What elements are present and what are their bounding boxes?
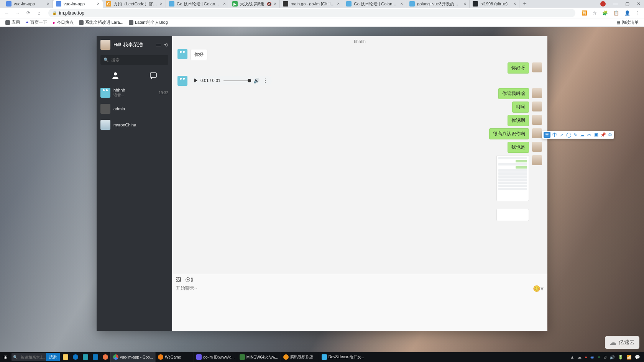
tray-icon[interactable]: 🔊 [610,355,615,360]
tab-3[interactable]: Go 技术论坛 | Golang / Go 语× [166,0,229,8]
tool-text-icon[interactable]: 中 [552,132,557,138]
tab-5[interactable]: main.go · go-im [GitHub] - V× [280,0,343,8]
close-icon[interactable]: × [337,2,340,6]
new-tab-button[interactable]: + [519,0,530,8]
system-tray[interactable]: ▲ ☁ ● ◉ ✦ ⎚ 🔊 🔋 📶 💬 [566,352,644,362]
self-avatar[interactable] [100,40,110,50]
refresh-icon[interactable]: ⟲ [164,42,168,48]
contact-item-myronchina[interactable]: myronChina [97,117,172,133]
pinned-vscode[interactable] [90,352,100,362]
avatar-icon [532,128,542,138]
audio-track[interactable] [223,80,250,81]
forward-button[interactable]: → [15,10,21,16]
tab-2[interactable]: C力扣（LeetCode）官网 - 全球× [103,0,166,8]
bookmark-star-icon[interactable]: ☆ [593,10,597,16]
taskbar-search[interactable]: 🔍 搜索 [12,353,60,361]
taskbar-search-input[interactable] [19,355,46,359]
bookmark-latent[interactable]: Latent的个人Blog [129,20,168,25]
tab-6[interactable]: Go 技术论坛 | Golang / Go 语× [343,0,406,8]
tray-icon[interactable]: 📶 [626,355,632,360]
bookmark-hot[interactable]: ●今日热点 [53,20,74,25]
volume-icon[interactable]: 🔊 [253,78,260,84]
tool-pin-icon[interactable]: 📌 [600,132,606,138]
tool-pen-icon[interactable]: ✎ [573,132,578,138]
menu-icon[interactable] [156,44,161,46]
tray-icon[interactable]: ✦ [597,355,601,360]
close-window-button[interactable]: ✕ [633,1,644,7]
toolbar-badge[interactable]: 王 [544,132,550,138]
tab-8[interactable]: pl1998 (pltrue)× [470,0,519,8]
pinned-firefox[interactable] [100,352,110,362]
taskbar-app-goland[interactable]: go-im [D:\www\g... [194,352,237,362]
audio-player[interactable]: 0:01 / 0:01 🔊 ⋮ [191,76,272,85]
profile-icon[interactable]: 👤 [624,10,630,16]
extensions-icon[interactable]: 🧩 [602,10,608,16]
audio-icon[interactable]: 🔇 [267,2,271,6]
image-thumbnail[interactable] [496,209,529,221]
reading-list-button[interactable]: ▤阅读清单 [616,20,639,25]
screenshot-toolbar[interactable]: 王 中 ↗ ◯ ✎ ☁ ✂ ▣ 📌 ⚙ [542,131,614,139]
tool-settings-icon[interactable]: ⚙ [607,132,613,138]
close-icon[interactable]: × [97,2,100,6]
taskbar-app-mingw[interactable]: MINGW64:/d/ww... [237,352,281,362]
close-icon[interactable]: × [274,2,276,6]
image-thumbnail[interactable] [496,155,529,201]
close-icon[interactable]: × [160,2,163,6]
maximize-button[interactable]: ▢ [622,1,632,7]
pinned-edge[interactable] [71,352,80,362]
apps-button[interactable]: 应用 [5,20,20,25]
more-icon[interactable]: ⋮ [263,77,268,84]
chats-tab[interactable] [146,72,161,79]
bookmark-baidu[interactable]: ✦百度一下 [25,20,47,25]
pinned-app[interactable] [80,352,90,362]
message-list[interactable]: 你好 你好呀 0:01 / 0:01 🔊 ⋮ [172,47,547,274]
url-field[interactable]: 🔒 im.pltrue.top [48,9,575,17]
tray-icon[interactable]: ☁ [577,355,582,360]
tool-cloud-icon[interactable]: ☁ [580,132,585,138]
close-icon[interactable]: × [463,2,466,6]
tab-4[interactable]: ▶大决战 第8集🔇× [229,0,280,8]
contact-item-hhhhh[interactable]: hhhhh语音... 19:32 [97,85,172,101]
pinned-explorer[interactable] [61,352,71,362]
contacts-tab[interactable] [108,72,123,79]
tray-icon[interactable]: ◉ [590,355,594,360]
taskbar-search-button[interactable]: 搜索 [46,353,60,361]
tray-icon[interactable]: 💬 [635,355,640,360]
close-icon[interactable]: × [400,2,403,6]
start-button[interactable]: ⊞ [0,352,11,362]
taskbar-app-tencent-video[interactable]: 腾讯视频你版 [281,352,319,362]
tab-0[interactable]: vue-im-app× [3,0,53,8]
tab-7[interactable]: golang+vue3开发的一个im及× [406,0,470,8]
tray-icon[interactable]: 🔋 [618,355,623,360]
tray-icon[interactable]: ▲ [570,355,574,359]
extension-icon[interactable]: 📋 [613,10,619,16]
taskbar-app-devsidecar[interactable]: DevSidecar-给开发... [319,352,366,362]
tray-icon[interactable]: ⎚ [604,355,606,359]
contact-item-admin[interactable]: admin [97,101,172,117]
close-icon[interactable]: × [513,2,516,6]
minimize-button[interactable]: — [610,1,621,7]
search-input[interactable]: 🔍 搜索 [100,55,168,65]
close-icon[interactable]: × [47,2,49,6]
message-input[interactable] [176,285,533,316]
home-button[interactable]: ⌂ [36,10,42,16]
play-icon[interactable] [194,79,197,82]
reload-button[interactable]: ⟳ [25,10,31,16]
bookmark-lara[interactable]: 系统文档改进 Lara... [79,20,123,25]
emoji-picker-icon[interactable]: 😊▾ [533,285,544,292]
image-upload-icon[interactable]: 🖼 [176,277,181,283]
tool-circle-icon[interactable]: ◯ [566,132,571,138]
tray-icon[interactable]: ● [585,355,587,359]
taskbar-app-wegame[interactable]: WeGame [155,352,194,362]
avatar-icon [177,76,187,86]
tab-1[interactable]: vue-im-app× [53,0,103,8]
tool-arrow-icon[interactable]: ↗ [559,132,564,138]
back-button[interactable]: ← [4,10,10,16]
voice-record-icon[interactable]: ⦿⟫ [185,277,194,283]
tool-save-icon[interactable]: ▣ [593,132,599,138]
tool-cut-icon[interactable]: ✂ [586,132,592,138]
translate-icon[interactable]: 🈶 [582,10,587,16]
taskbar-app-chrome[interactable]: vue-im-app - Goo... [110,352,155,362]
kebab-menu-icon[interactable]: ⋮ [636,10,640,16]
close-icon[interactable]: × [223,2,226,6]
